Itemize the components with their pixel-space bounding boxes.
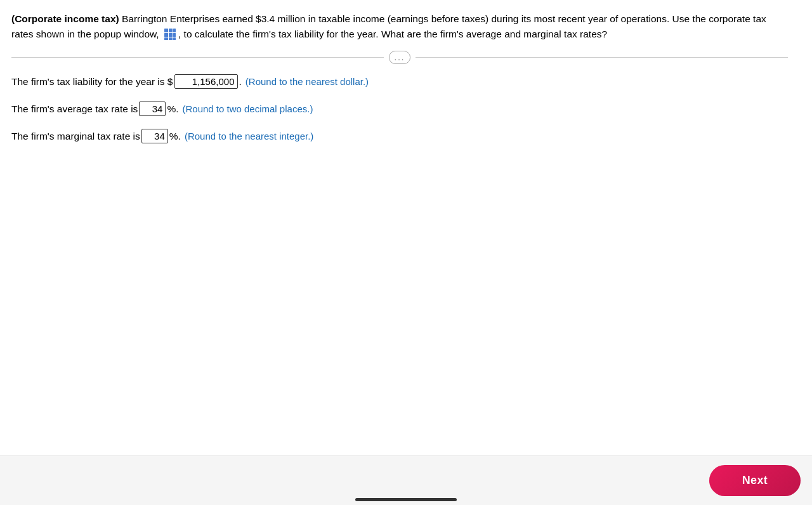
- divider-dots: ...: [389, 51, 411, 64]
- svg-rect-2: [173, 29, 176, 32]
- q1-hint: (Round to the nearest dollar.): [246, 76, 369, 87]
- q3-hint: (Round to the nearest integer.): [185, 131, 313, 141]
- q1-unit: .: [239, 76, 242, 88]
- q2-unit: %.: [167, 103, 178, 115]
- svg-rect-7: [169, 37, 173, 40]
- q3-unit: %.: [169, 131, 181, 142]
- q2-label: The firm's average tax rate is: [11, 103, 138, 115]
- svg-rect-3: [164, 33, 168, 37]
- q3-label: The firm's marginal tax rate is: [11, 131, 140, 142]
- svg-rect-0: [164, 29, 168, 32]
- divider-line-right: [416, 57, 788, 58]
- intro-bold-label: (Corporate income tax): [11, 13, 119, 24]
- intro-paragraph: (Corporate income tax) Barrington Enterp…: [11, 11, 788, 42]
- svg-rect-1: [169, 29, 173, 32]
- q2-input[interactable]: [139, 102, 166, 116]
- svg-rect-6: [164, 37, 168, 40]
- svg-rect-8: [173, 37, 176, 40]
- svg-rect-5: [173, 33, 176, 37]
- q3-input[interactable]: [141, 129, 168, 143]
- divider-line-left: [11, 57, 384, 58]
- svg-rect-4: [169, 33, 173, 37]
- grid-table-icon[interactable]: [163, 27, 177, 41]
- q1-label: The firm's tax liability for the year is…: [11, 76, 173, 88]
- next-button[interactable]: Next: [709, 465, 801, 496]
- q1-input[interactable]: [174, 74, 238, 89]
- question-2-row: The firm's average tax rate is %. (Round…: [11, 102, 788, 116]
- main-content: (Corporate income tax) Barrington Enterp…: [0, 0, 799, 143]
- bottom-bar: [355, 498, 457, 501]
- divider: ...: [11, 51, 788, 64]
- question-3-row: The firm's marginal tax rate is %. (Roun…: [11, 129, 788, 143]
- question-1-row: The firm's tax liability for the year is…: [11, 74, 788, 89]
- q2-hint: (Round to two decimal places.): [182, 103, 313, 114]
- intro-text-part2: , to calculate the firm's tax liability …: [178, 29, 607, 39]
